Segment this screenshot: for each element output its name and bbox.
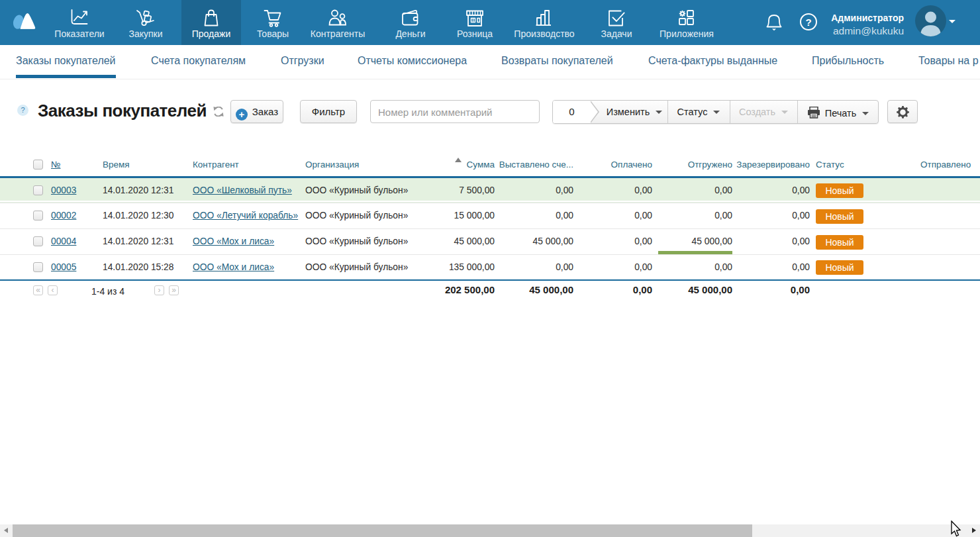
svg-text:?: ? — [805, 17, 811, 28]
